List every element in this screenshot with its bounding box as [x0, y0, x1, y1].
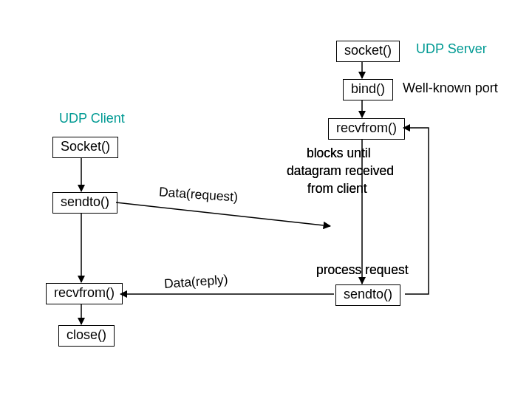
client-recvfrom-box: recvfrom() [46, 283, 123, 304]
udp-flow-diagram: socket() bind() recvfrom() sendto() Sock… [0, 0, 532, 399]
well-known-port-label: Well-known port [403, 81, 498, 96]
client-close-box: close() [58, 325, 115, 347]
client-title: UDP Client [59, 111, 125, 126]
client-socket-box: Socket() [52, 137, 118, 158]
data-request-label: Data(request) [158, 184, 238, 205]
client-sendto-box: sendto() [52, 192, 117, 214]
blocks-until-line1-front: blocks until [307, 146, 371, 161]
server-title: UDP Server [416, 41, 487, 57]
blocks-until-line3-front: from client [307, 181, 367, 197]
process-request-label-front: process request [316, 262, 409, 278]
server-sendto-box: sendto() [335, 284, 400, 306]
server-socket-box: socket() [336, 41, 400, 62]
arrow-data-request [116, 202, 330, 226]
data-reply-label: Data(reply) [163, 272, 228, 292]
server-recvfrom-box: recvfrom() [328, 118, 405, 140]
blocks-until-line2-front: datagram received [287, 163, 394, 179]
server-bind-box: bind() [343, 79, 393, 100]
